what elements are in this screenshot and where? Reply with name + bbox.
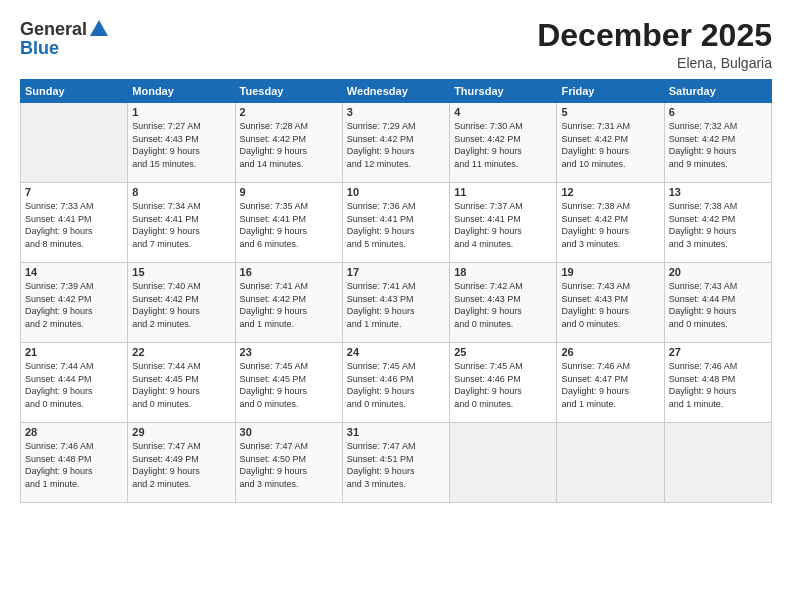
- day-cell: 2Sunrise: 7:28 AM Sunset: 4:42 PM Daylig…: [235, 103, 342, 183]
- day-number: 19: [561, 266, 659, 278]
- day-cell: 23Sunrise: 7:45 AM Sunset: 4:45 PM Dayli…: [235, 343, 342, 423]
- day-number: 15: [132, 266, 230, 278]
- day-cell: 29Sunrise: 7:47 AM Sunset: 4:49 PM Dayli…: [128, 423, 235, 503]
- day-cell: 7Sunrise: 7:33 AM Sunset: 4:41 PM Daylig…: [21, 183, 128, 263]
- day-cell: [557, 423, 664, 503]
- day-number: 23: [240, 346, 338, 358]
- day-info: Sunrise: 7:38 AM Sunset: 4:42 PM Dayligh…: [561, 200, 659, 250]
- logo-icon: [88, 18, 110, 40]
- day-number: 29: [132, 426, 230, 438]
- day-info: Sunrise: 7:29 AM Sunset: 4:42 PM Dayligh…: [347, 120, 445, 170]
- day-cell: 11Sunrise: 7:37 AM Sunset: 4:41 PM Dayli…: [450, 183, 557, 263]
- day-cell: [664, 423, 771, 503]
- day-cell: 10Sunrise: 7:36 AM Sunset: 4:41 PM Dayli…: [342, 183, 449, 263]
- day-info: Sunrise: 7:46 AM Sunset: 4:48 PM Dayligh…: [25, 440, 123, 490]
- day-number: 18: [454, 266, 552, 278]
- col-tuesday: Tuesday: [235, 80, 342, 103]
- col-saturday: Saturday: [664, 80, 771, 103]
- day-number: 20: [669, 266, 767, 278]
- day-info: Sunrise: 7:47 AM Sunset: 4:51 PM Dayligh…: [347, 440, 445, 490]
- day-info: Sunrise: 7:42 AM Sunset: 4:43 PM Dayligh…: [454, 280, 552, 330]
- day-cell: 3Sunrise: 7:29 AM Sunset: 4:42 PM Daylig…: [342, 103, 449, 183]
- day-info: Sunrise: 7:45 AM Sunset: 4:46 PM Dayligh…: [454, 360, 552, 410]
- week-row-5: 28Sunrise: 7:46 AM Sunset: 4:48 PM Dayli…: [21, 423, 772, 503]
- title-block: December 2025 Elena, Bulgaria: [537, 18, 772, 71]
- day-info: Sunrise: 7:46 AM Sunset: 4:47 PM Dayligh…: [561, 360, 659, 410]
- day-info: Sunrise: 7:31 AM Sunset: 4:42 PM Dayligh…: [561, 120, 659, 170]
- day-number: 21: [25, 346, 123, 358]
- day-number: 26: [561, 346, 659, 358]
- day-number: 24: [347, 346, 445, 358]
- day-number: 5: [561, 106, 659, 118]
- day-number: 10: [347, 186, 445, 198]
- day-number: 31: [347, 426, 445, 438]
- day-cell: 18Sunrise: 7:42 AM Sunset: 4:43 PM Dayli…: [450, 263, 557, 343]
- day-info: Sunrise: 7:41 AM Sunset: 4:42 PM Dayligh…: [240, 280, 338, 330]
- col-wednesday: Wednesday: [342, 80, 449, 103]
- col-thursday: Thursday: [450, 80, 557, 103]
- day-cell: 20Sunrise: 7:43 AM Sunset: 4:44 PM Dayli…: [664, 263, 771, 343]
- day-number: 3: [347, 106, 445, 118]
- day-cell: 21Sunrise: 7:44 AM Sunset: 4:44 PM Dayli…: [21, 343, 128, 423]
- week-row-1: 1Sunrise: 7:27 AM Sunset: 4:43 PM Daylig…: [21, 103, 772, 183]
- day-number: 28: [25, 426, 123, 438]
- day-info: Sunrise: 7:41 AM Sunset: 4:43 PM Dayligh…: [347, 280, 445, 330]
- logo-blue: Blue: [20, 38, 111, 59]
- day-cell: 17Sunrise: 7:41 AM Sunset: 4:43 PM Dayli…: [342, 263, 449, 343]
- day-info: Sunrise: 7:35 AM Sunset: 4:41 PM Dayligh…: [240, 200, 338, 250]
- day-cell: 26Sunrise: 7:46 AM Sunset: 4:47 PM Dayli…: [557, 343, 664, 423]
- day-cell: 15Sunrise: 7:40 AM Sunset: 4:42 PM Dayli…: [128, 263, 235, 343]
- day-cell: 9Sunrise: 7:35 AM Sunset: 4:41 PM Daylig…: [235, 183, 342, 263]
- day-cell: 25Sunrise: 7:45 AM Sunset: 4:46 PM Dayli…: [450, 343, 557, 423]
- day-info: Sunrise: 7:43 AM Sunset: 4:44 PM Dayligh…: [669, 280, 767, 330]
- day-number: 6: [669, 106, 767, 118]
- week-row-3: 14Sunrise: 7:39 AM Sunset: 4:42 PM Dayli…: [21, 263, 772, 343]
- day-cell: 24Sunrise: 7:45 AM Sunset: 4:46 PM Dayli…: [342, 343, 449, 423]
- day-number: 13: [669, 186, 767, 198]
- logo-text: General Blue: [20, 18, 111, 59]
- day-number: 14: [25, 266, 123, 278]
- header: General Blue December 2025 Elena, Bulgar…: [20, 18, 772, 71]
- svg-marker-0: [90, 20, 108, 36]
- day-number: 11: [454, 186, 552, 198]
- day-cell: 30Sunrise: 7:47 AM Sunset: 4:50 PM Dayli…: [235, 423, 342, 503]
- day-number: 7: [25, 186, 123, 198]
- day-info: Sunrise: 7:46 AM Sunset: 4:48 PM Dayligh…: [669, 360, 767, 410]
- day-number: 4: [454, 106, 552, 118]
- day-info: Sunrise: 7:45 AM Sunset: 4:45 PM Dayligh…: [240, 360, 338, 410]
- day-cell: 28Sunrise: 7:46 AM Sunset: 4:48 PM Dayli…: [21, 423, 128, 503]
- day-number: 16: [240, 266, 338, 278]
- day-cell: 4Sunrise: 7:30 AM Sunset: 4:42 PM Daylig…: [450, 103, 557, 183]
- day-number: 8: [132, 186, 230, 198]
- day-info: Sunrise: 7:33 AM Sunset: 4:41 PM Dayligh…: [25, 200, 123, 250]
- location: Elena, Bulgaria: [537, 55, 772, 71]
- day-info: Sunrise: 7:44 AM Sunset: 4:45 PM Dayligh…: [132, 360, 230, 410]
- day-info: Sunrise: 7:34 AM Sunset: 4:41 PM Dayligh…: [132, 200, 230, 250]
- day-info: Sunrise: 7:43 AM Sunset: 4:43 PM Dayligh…: [561, 280, 659, 330]
- day-cell: 8Sunrise: 7:34 AM Sunset: 4:41 PM Daylig…: [128, 183, 235, 263]
- day-info: Sunrise: 7:47 AM Sunset: 4:50 PM Dayligh…: [240, 440, 338, 490]
- day-cell: 12Sunrise: 7:38 AM Sunset: 4:42 PM Dayli…: [557, 183, 664, 263]
- logo: General Blue: [20, 18, 111, 59]
- day-cell: 13Sunrise: 7:38 AM Sunset: 4:42 PM Dayli…: [664, 183, 771, 263]
- day-cell: [450, 423, 557, 503]
- day-number: 22: [132, 346, 230, 358]
- day-info: Sunrise: 7:28 AM Sunset: 4:42 PM Dayligh…: [240, 120, 338, 170]
- page: General Blue December 2025 Elena, Bulgar…: [0, 0, 792, 612]
- logo-general: General: [20, 19, 87, 40]
- day-info: Sunrise: 7:27 AM Sunset: 4:43 PM Dayligh…: [132, 120, 230, 170]
- day-info: Sunrise: 7:36 AM Sunset: 4:41 PM Dayligh…: [347, 200, 445, 250]
- day-number: 17: [347, 266, 445, 278]
- week-row-2: 7Sunrise: 7:33 AM Sunset: 4:41 PM Daylig…: [21, 183, 772, 263]
- header-row: Sunday Monday Tuesday Wednesday Thursday…: [21, 80, 772, 103]
- day-number: 30: [240, 426, 338, 438]
- day-cell: 19Sunrise: 7:43 AM Sunset: 4:43 PM Dayli…: [557, 263, 664, 343]
- day-info: Sunrise: 7:38 AM Sunset: 4:42 PM Dayligh…: [669, 200, 767, 250]
- day-cell: 27Sunrise: 7:46 AM Sunset: 4:48 PM Dayli…: [664, 343, 771, 423]
- day-info: Sunrise: 7:39 AM Sunset: 4:42 PM Dayligh…: [25, 280, 123, 330]
- day-cell: 16Sunrise: 7:41 AM Sunset: 4:42 PM Dayli…: [235, 263, 342, 343]
- day-cell: 5Sunrise: 7:31 AM Sunset: 4:42 PM Daylig…: [557, 103, 664, 183]
- day-number: 25: [454, 346, 552, 358]
- day-info: Sunrise: 7:44 AM Sunset: 4:44 PM Dayligh…: [25, 360, 123, 410]
- col-sunday: Sunday: [21, 80, 128, 103]
